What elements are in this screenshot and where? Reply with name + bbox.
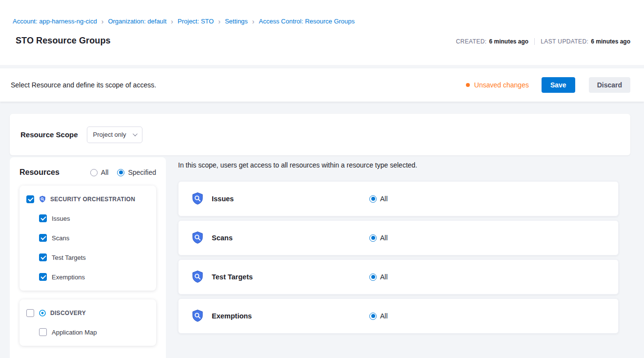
checkbox-scans[interactable] [39, 234, 47, 242]
scope-description: In this scope, users get access to all r… [178, 161, 619, 169]
last-updated-value: 6 minutes ago [591, 38, 630, 45]
resources-filter-radios: All Specified [90, 168, 156, 176]
row-label-test-targets: Test Targets [212, 273, 369, 281]
group-label-security-orchestration: SECURITY ORCHESTRATION [50, 196, 135, 203]
radio-all-scans-label: All [380, 234, 388, 242]
row-label-scans: Scans [212, 234, 369, 242]
group-items-discovery: Application Map [39, 320, 149, 343]
shield-search-icon [190, 191, 205, 206]
radio-all-issues-label: All [380, 195, 388, 203]
radio-all-exemptions-label: All [380, 312, 388, 320]
chevron-down-icon [133, 131, 138, 136]
group-header-security-orchestration[interactable]: SECURITY ORCHESTRATION [26, 192, 149, 207]
row-access-scans[interactable]: All [369, 234, 388, 242]
created-label: CREATED: [456, 38, 487, 45]
scope-detail: In this scope, users get access to all r… [178, 157, 630, 337]
breadcrumb-settings[interactable]: Settings [225, 18, 248, 25]
shield-icon [39, 195, 46, 203]
resource-item-test-targets[interactable]: Test Targets [39, 248, 149, 267]
radio-all-scans[interactable] [369, 234, 377, 242]
unsaved-dot-icon [466, 83, 470, 87]
chevron-right-icon [252, 18, 255, 25]
resource-scope-label: Resource Scope [20, 130, 78, 139]
resource-scope-card: Resource Scope Project only [10, 114, 630, 155]
radio-all-control[interactable] [90, 169, 98, 176]
target-icon [39, 309, 46, 317]
resources-title: Resources [20, 168, 60, 177]
resource-item-issues[interactable]: Issues [39, 209, 149, 228]
resource-row-scans: Scans All [178, 220, 619, 255]
resource-row-exemptions: Exemptions All [178, 298, 619, 334]
row-access-issues[interactable]: All [369, 195, 388, 203]
radio-specified-label: Specified [128, 168, 156, 176]
group-discovery: DISCOVERY Application Map [20, 299, 156, 346]
toolbar-description: Select Resource and define its scope of … [11, 81, 156, 89]
row-access-exemptions[interactable]: All [369, 312, 388, 320]
radio-all-test-targets-label: All [380, 273, 388, 281]
last-updated-label: LAST UPDATED: [541, 38, 588, 45]
radio-specified[interactable]: Specified [117, 168, 156, 176]
radio-all[interactable]: All [90, 168, 109, 176]
unsaved-changes-label: Unsaved changes [474, 81, 529, 89]
resource-item-scans[interactable]: Scans [39, 228, 149, 248]
resource-item-application-map[interactable]: Application Map [39, 322, 149, 342]
created-value: 6 minutes ago [489, 38, 529, 45]
checkbox-application-map[interactable] [39, 328, 47, 336]
toolbar: Select Resource and define its scope of … [0, 68, 644, 102]
breadcrumb-account[interactable]: Account: app-harness-ng-cicd [13, 18, 97, 25]
columns: Resources All Specified [10, 157, 630, 358]
item-label-application-map: Application Map [52, 329, 97, 336]
shield-search-icon [190, 231, 205, 245]
resources-panel: Resources All Specified [10, 157, 166, 358]
chevron-right-icon [101, 18, 104, 25]
resource-row-issues: Issues All [178, 181, 619, 216]
breadcrumb-project[interactable]: Project: STO [178, 18, 214, 25]
resource-item-exemptions[interactable]: Exemptions [39, 267, 149, 287]
item-label-exemptions: Exemptions [52, 274, 85, 281]
radio-all-issues[interactable] [369, 195, 377, 203]
resource-row-test-targets: Test Targets All [178, 259, 619, 295]
breadcrumb-resource-groups[interactable]: Access Control: Resource Groups [259, 18, 355, 25]
row-label-issues: Issues [212, 195, 369, 203]
shield-search-icon [190, 270, 205, 284]
page-header: Account: app-harness-ng-cicd Organizatio… [0, 0, 644, 65]
group-items-security-orchestration: Issues Scans Test Targets Exemption [39, 207, 149, 288]
save-button[interactable]: Save [542, 77, 575, 93]
radio-all-exemptions[interactable] [369, 313, 377, 320]
main-content: Resource Scope Project only Resources Al… [0, 102, 644, 358]
title-row: STO Resource Groups CREATED: 6 minutes a… [13, 36, 630, 46]
item-label-scans: Scans [52, 234, 69, 242]
checkbox-exemptions[interactable] [39, 273, 47, 281]
row-label-exemptions: Exemptions [212, 312, 369, 320]
chevron-right-icon [218, 18, 221, 25]
chevron-right-icon [171, 18, 173, 25]
resource-scope-selected-value: Project only [93, 131, 126, 138]
checkbox-test-targets[interactable] [39, 253, 47, 261]
group-security-orchestration: SECURITY ORCHESTRATION Issues Scans [20, 186, 156, 291]
checkbox-issues[interactable] [39, 214, 47, 222]
divider [534, 38, 535, 45]
breadcrumb: Account: app-harness-ng-cicd Organizatio… [13, 18, 630, 25]
item-label-issues: Issues [52, 215, 70, 222]
toolbar-actions: Unsaved changes Save Discard [466, 77, 630, 93]
item-label-test-targets: Test Targets [52, 254, 86, 261]
discard-button[interactable]: Discard [589, 77, 630, 93]
row-access-test-targets[interactable]: All [369, 273, 388, 281]
checkbox-discovery[interactable] [26, 309, 34, 317]
shield-search-icon [190, 309, 205, 323]
resources-header: Resources All Specified [20, 168, 156, 177]
meta-info: CREATED: 6 minutes ago LAST UPDATED: 6 m… [456, 38, 630, 46]
resource-scope-select[interactable]: Project only [87, 126, 143, 143]
breadcrumb-organization[interactable]: Organization: default [108, 18, 166, 25]
unsaved-changes-badge: Unsaved changes [466, 81, 529, 89]
checkbox-security-orchestration[interactable] [26, 195, 34, 203]
radio-all-test-targets[interactable] [369, 274, 377, 281]
group-label-discovery: DISCOVERY [50, 310, 86, 316]
group-header-discovery[interactable]: DISCOVERY [26, 306, 149, 320]
page: Account: app-harness-ng-cicd Organizatio… [0, 0, 644, 358]
radio-specified-control[interactable] [117, 169, 124, 176]
radio-all-label: All [101, 168, 109, 176]
page-title: STO Resource Groups [13, 36, 111, 46]
